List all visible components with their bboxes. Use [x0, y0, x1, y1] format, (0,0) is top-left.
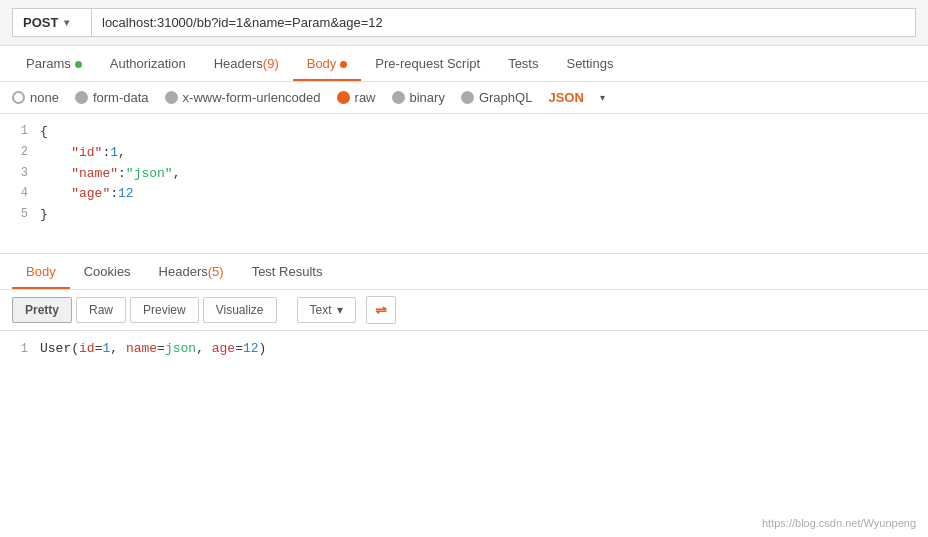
params-dot	[75, 61, 82, 68]
text-format-dropdown[interactable]: Text ▾	[297, 297, 356, 323]
body-dot	[340, 61, 347, 68]
option-raw[interactable]: raw	[337, 90, 376, 105]
tab-tests[interactable]: Tests	[494, 46, 552, 81]
option-urlencoded[interactable]: x-www-form-urlencoded	[165, 90, 321, 105]
option-form-data[interactable]: form-data	[75, 90, 149, 105]
url-input[interactable]	[92, 8, 916, 37]
response-options-row: Pretty Raw Preview Visualize Text ▾ ⇌	[0, 290, 928, 331]
code-line-1: 1 {	[0, 122, 928, 143]
response-section: Body Cookies Headers(5) Test Results Pre…	[0, 254, 928, 368]
resp-btn-preview[interactable]: Preview	[130, 297, 199, 323]
resp-tab-body[interactable]: Body	[12, 254, 70, 289]
radio-raw	[337, 91, 350, 104]
method-arrow: ▾	[64, 17, 69, 28]
option-none[interactable]: none	[12, 90, 59, 105]
resp-tab-cookies[interactable]: Cookies	[70, 254, 145, 289]
wrap-button[interactable]: ⇌	[366, 296, 396, 324]
json-type-label: JSON	[548, 90, 583, 105]
tab-authorization[interactable]: Authorization	[96, 46, 200, 81]
response-output: 1 User(id=1, name=json, age=12)	[0, 331, 928, 368]
radio-graphql	[461, 91, 474, 104]
tab-params[interactable]: Params	[12, 46, 96, 81]
url-bar: POST ▾	[0, 0, 928, 46]
watermark: https://blog.csdn.net/Wyunpeng	[762, 517, 916, 529]
response-tab-row: Body Cookies Headers(5) Test Results	[0, 254, 928, 290]
tab-settings[interactable]: Settings	[552, 46, 627, 81]
radio-none	[12, 91, 25, 104]
code-line-4: 4 "age":12	[0, 184, 928, 205]
request-tab-row: Params Authorization Headers(9) Body Pre…	[0, 46, 928, 82]
option-binary[interactable]: binary	[392, 90, 445, 105]
tab-headers[interactable]: Headers(9)	[200, 46, 293, 81]
body-options-row: none form-data x-www-form-urlencoded raw…	[0, 82, 928, 114]
code-editor[interactable]: 1 { 2 "id":1, 3 "name":"json", 4 "age":1…	[0, 114, 928, 254]
radio-urlencoded	[165, 91, 178, 104]
method-dropdown[interactable]: POST ▾	[12, 8, 92, 37]
resp-tab-test-results[interactable]: Test Results	[238, 254, 337, 289]
radio-binary	[392, 91, 405, 104]
option-graphql[interactable]: GraphQL	[461, 90, 532, 105]
method-label: POST	[23, 15, 58, 30]
code-line-2: 2 "id":1,	[0, 143, 928, 164]
resp-btn-visualize[interactable]: Visualize	[203, 297, 277, 323]
tab-body[interactable]: Body	[293, 46, 362, 81]
code-line-3: 3 "name":"json",	[0, 164, 928, 185]
radio-form-data	[75, 91, 88, 104]
response-line-1: 1 User(id=1, name=json, age=12)	[0, 339, 928, 360]
resp-tab-headers[interactable]: Headers(5)	[145, 254, 238, 289]
resp-btn-raw[interactable]: Raw	[76, 297, 126, 323]
code-line-5: 5 }	[0, 205, 928, 226]
tab-pre-request[interactable]: Pre-request Script	[361, 46, 494, 81]
resp-btn-pretty[interactable]: Pretty	[12, 297, 72, 323]
json-dropdown-arrow[interactable]: ▾	[600, 92, 605, 103]
